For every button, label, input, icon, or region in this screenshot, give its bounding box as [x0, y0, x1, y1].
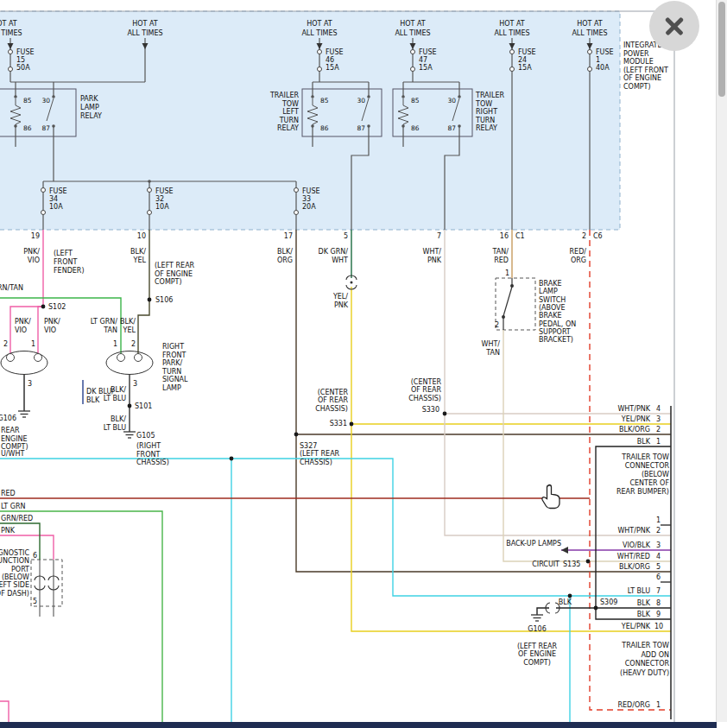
- terminal-circle: [588, 50, 592, 54]
- diagram-label: (LEFT REAROF ENGINECOMPT): [517, 643, 558, 667]
- diagram-label: VIO/BLK: [623, 541, 651, 549]
- diagram-label: INTEGRATEDPOWERMODULE(LEFT FRONTOF ENGIN…: [623, 41, 668, 91]
- terminal-circle: [588, 67, 592, 72]
- diagram-label: 85: [320, 97, 329, 104]
- diagram-label: 7: [437, 232, 441, 240]
- diagram-label: DIAGNOSTICJUNCTIONPORT(BELOWLEFT SIDEOF …: [0, 549, 29, 598]
- splice-s330: [443, 412, 447, 416]
- junction: [568, 594, 572, 598]
- diagram-label: REARENGINECOMPT): [1, 427, 28, 451]
- diagram-label: PNK/VIO: [44, 318, 60, 334]
- terminal-circle: [9, 67, 13, 72]
- diagram-label: GRN/RED: [1, 515, 33, 522]
- terminal-circle: [117, 354, 125, 362]
- terminal-circle: [41, 188, 46, 193]
- vertical-scrollbar: [716, 0, 727, 728]
- diagram-label: TRAILER TOWCONNECTOR(BELOWCENTER OFREAR …: [616, 453, 669, 496]
- diagram-label: 3: [133, 380, 137, 388]
- wire-red-org: [590, 230, 671, 710]
- diagram-label: 87: [357, 124, 365, 132]
- diagram-label: WHT/TAN: [481, 340, 500, 357]
- diagram-label: 87: [447, 124, 456, 132]
- diagram-label: 10: [654, 623, 663, 630]
- terminal-circle: [318, 50, 322, 54]
- diagram-label: 1: [31, 340, 35, 348]
- diagram-label: BACK-UP LAMPS: [506, 540, 561, 548]
- terminal-circle: [318, 67, 322, 72]
- diagram-label: 5: [344, 232, 348, 240]
- terminal-circle: [510, 67, 515, 72]
- diagram-label: 85: [23, 97, 32, 104]
- diagram-label: 87: [41, 124, 50, 132]
- diagram-canvas[interactable]: HOT ATALL TIMESHOT ATALL TIMESHOT ATALL …: [0, 0, 727, 728]
- splice-s102: [41, 305, 46, 309]
- diagram-label: 5: [656, 563, 661, 571]
- junction-dot: [14, 124, 17, 128]
- diagram-label: 9: [656, 611, 661, 618]
- diagram-label: 86: [23, 124, 32, 132]
- diagram-label: (LEFTFRONTFENDER): [54, 250, 85, 275]
- diagram-label: U/WHT: [1, 450, 24, 458]
- junction: [148, 180, 151, 183]
- close-button[interactable]: [649, 1, 699, 51]
- diagram-label: LT GRN/TAN: [91, 318, 118, 334]
- terminal-circle: [294, 211, 299, 215]
- diagram-label: S309: [600, 598, 617, 606]
- terminal-circle: [510, 50, 515, 54]
- diagram-label: BLK: [637, 438, 651, 446]
- diagram-label: RED/ORG: [617, 701, 650, 709]
- diagram-label: 30: [447, 97, 456, 104]
- diagram-label: 86: [411, 124, 420, 132]
- right-lamp-connector: [106, 351, 153, 375]
- diagram-label: G106: [0, 415, 16, 422]
- diagram-label: TRAILER TOWADD ONCONNECTOR(HEAVY DUTY): [620, 642, 669, 677]
- diagram-label: 3: [656, 541, 661, 549]
- diagram-label: 1: [656, 438, 661, 446]
- diagram-label: 30: [41, 97, 50, 104]
- diagram-label: BLK/LT BLU: [104, 415, 126, 432]
- diagram-label: LT BLU: [628, 587, 650, 595]
- splice-s309: [594, 606, 598, 611]
- diagram-label: RED/ORG: [570, 248, 587, 264]
- diagram-label: 3: [28, 380, 32, 388]
- diagram-label: G106: [528, 625, 546, 633]
- diagram-label: 30: [357, 97, 365, 104]
- diagram-label: PNK/VIO: [15, 318, 31, 334]
- bottom-taskbar-edge: [0, 722, 717, 728]
- diagram-label: WHT/PNK: [617, 405, 650, 413]
- diagram-label: BLK/ORG: [277, 248, 293, 264]
- junction-dot: [311, 124, 314, 128]
- diagram-label: S106: [155, 296, 173, 304]
- diagram-label: BLK/ORG: [619, 426, 650, 434]
- terminal-circle: [294, 188, 299, 193]
- wire-pnk-vio: [38, 307, 43, 354]
- splice-s135: [586, 560, 591, 564]
- scrollbar-thumb[interactable]: [718, 2, 725, 97]
- diagram-label: 1: [656, 701, 661, 709]
- diagram-label: DK GRN/TAN: [0, 284, 23, 292]
- diagram-label: BLK: [637, 599, 651, 607]
- junction-dot: [52, 95, 55, 98]
- diagram-label: BLK: [637, 611, 651, 618]
- diagram-label: LT GRN: [1, 503, 26, 510]
- diagram-label: RIGHTFRONTPARK/TURNSIGNALLAMP: [161, 343, 188, 392]
- diagram-label: WHT/RED: [617, 553, 650, 560]
- diagram-label: S327(LEFT REARCHASSIS): [300, 442, 340, 466]
- wiring-diagram-viewer: HOT ATALL TIMESHOT ATALL TIMESHOT ATALL …: [0, 0, 727, 728]
- diagram-label: 2: [495, 321, 499, 329]
- diagram-label: 6: [33, 552, 37, 560]
- diagram-label: 19: [31, 232, 40, 240]
- splice-s327: [294, 433, 299, 437]
- diagram-label: YEL/PNK: [621, 415, 651, 423]
- diagram-label: S101: [135, 402, 152, 410]
- diagram-label: WHT/PNK: [422, 248, 441, 264]
- wire-lt-grn: [0, 511, 162, 722]
- diagram-label: C1: [515, 232, 525, 240]
- terminal-circle: [411, 67, 415, 72]
- terminal-circle: [35, 354, 42, 362]
- diagram-label: WHT/PNK: [617, 527, 650, 535]
- diagram-label: BLK: [559, 598, 572, 606]
- diagram-label: 1: [113, 340, 117, 348]
- diagram-label: 7: [656, 587, 661, 595]
- junction-dot: [401, 95, 405, 98]
